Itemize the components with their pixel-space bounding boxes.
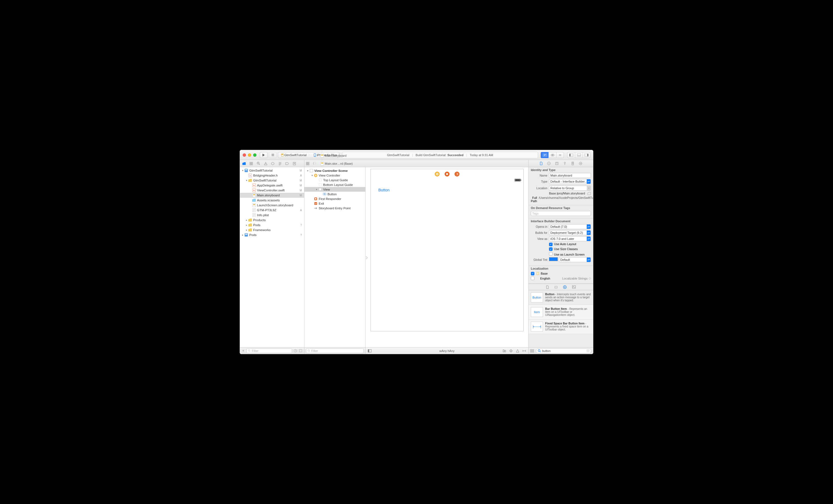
disclosure-icon[interactable]: ▾ <box>306 169 309 172</box>
disclosure-icon[interactable]: ▾ <box>315 188 318 191</box>
navigator-row[interactable]: LaunchScreen.storyboard <box>240 203 304 208</box>
assistant-editor-button[interactable] <box>548 152 556 158</box>
outline-row[interactable]: Exit <box>304 201 365 206</box>
toggle-debug-button[interactable] <box>575 152 582 158</box>
standard-editor-button[interactable] <box>541 152 548 158</box>
navigator-row[interactable]: ▸ Pods ? <box>240 222 304 227</box>
disclosure-icon[interactable]: ▾ <box>245 179 248 182</box>
resize-button[interactable] <box>522 349 527 353</box>
library-item[interactable]: Item Bar Button Item - Represents an ite… <box>529 305 593 319</box>
responder-icon[interactable] <box>445 172 450 176</box>
debug-navigator-tab[interactable] <box>278 162 282 165</box>
navigator-row[interactable]: Assets.xcassets <box>240 198 304 203</box>
back-button[interactable]: 〈 <box>311 161 314 166</box>
ib-canvas[interactable]: › Button <box>365 167 528 347</box>
breakpoint-navigator-tab[interactable] <box>285 162 289 165</box>
tint-swatch[interactable] <box>549 257 558 261</box>
file-template-library-tab[interactable] <box>546 285 549 289</box>
english-loc-type[interactable]: Localizable Strings <box>562 277 588 280</box>
related-items-icon[interactable] <box>306 162 310 165</box>
library-view-mode-icon[interactable] <box>530 349 534 353</box>
tags-field[interactable]: Tags <box>531 211 591 216</box>
run-button[interactable] <box>260 152 267 158</box>
forward-button[interactable]: 〉 <box>315 161 318 166</box>
launch-checkbox[interactable] <box>549 252 553 256</box>
outline-row[interactable]: B Button <box>304 192 365 196</box>
file-inspector-tab[interactable] <box>540 162 543 165</box>
issue-navigator-tab[interactable] <box>263 162 268 165</box>
navigator-row[interactable]: ▾ GtmSwiftTutorial M <box>240 168 304 173</box>
object-library-list[interactable]: Button Button - Intercepts touch events … <box>529 290 593 347</box>
size-class-label[interactable]: wAny hAny <box>439 349 454 353</box>
scm-filter-icon[interactable] <box>299 349 303 353</box>
disclosure-icon[interactable]: ▾ <box>310 174 314 177</box>
size-inspector-tab[interactable] <box>571 162 574 165</box>
outline-row[interactable]: First Responder <box>304 196 365 201</box>
base-loc-checkbox[interactable]: ✓ <box>531 272 534 275</box>
viewas-select[interactable]: iOS 7.0 and Later▴▾ <box>549 236 591 241</box>
disclosure-icon[interactable]: ▸ <box>245 219 248 221</box>
clear-search-icon[interactable]: ⓧ <box>587 349 590 353</box>
outline-row[interactable]: Storyboard Entry Point <box>304 206 365 210</box>
navigator-row[interactable]: Main.storyboard M <box>240 193 304 198</box>
report-navigator-tab[interactable] <box>292 162 297 165</box>
navigator-row[interactable]: Info.plist <box>240 213 304 218</box>
disclosure-icon[interactable]: ▸ <box>245 229 248 231</box>
sizeclasses-checkbox[interactable]: ✓ <box>549 247 553 251</box>
add-button[interactable]: ＋ <box>242 349 245 353</box>
disclosure-icon[interactable]: ▾ <box>241 169 244 172</box>
close-window-button[interactable] <box>243 153 246 157</box>
exit-icon[interactable] <box>454 172 459 176</box>
navigator-row[interactable]: h BridgingHeader.h A <box>240 173 304 178</box>
outline-row[interactable]: Top Layout Guide <box>304 178 365 182</box>
navigator-row[interactable]: ▸ Pods ? <box>240 233 304 237</box>
navigator-row[interactable]: GTM-PT3L9Z A <box>240 208 304 213</box>
english-loc-checkbox[interactable] <box>531 277 534 280</box>
navigator-row[interactable]: ViewController.swift M <box>240 188 304 193</box>
canvas-button[interactable]: Button <box>379 188 523 192</box>
outline-row[interactable]: ▾ View Controller Scene <box>304 168 365 173</box>
attributes-inspector-tab[interactable] <box>563 162 567 165</box>
quick-help-tab[interactable]: ? <box>547 162 551 165</box>
code-snippet-library-tab[interactable]: { } <box>554 285 557 289</box>
stop-button[interactable] <box>269 152 277 158</box>
identity-inspector-tab[interactable] <box>555 162 558 165</box>
outline-row[interactable]: ▾ View Controller <box>304 173 365 178</box>
media-library-tab[interactable] <box>572 285 576 289</box>
toggle-outline-button[interactable] <box>367 349 372 353</box>
name-field[interactable]: Main.storyboard <box>549 173 591 178</box>
zoom-window-button[interactable] <box>253 153 257 157</box>
test-navigator-tab[interactable] <box>270 162 275 165</box>
opensin-select[interactable]: Default (7.0)▴▾ <box>549 224 591 229</box>
disclosure-icon[interactable]: ▸ <box>241 234 244 236</box>
globaltint-select[interactable]: Default▴▾ <box>559 257 591 262</box>
library-search[interactable]: button ⓧ <box>536 349 591 353</box>
view-controller-canvas[interactable]: Button <box>371 169 524 331</box>
library-item[interactable]: ┝┄┄┄┥ Fixed Space Bar Button Item - Repr… <box>529 319 593 334</box>
choose-folder-icon[interactable] <box>587 192 591 195</box>
vc-icon[interactable] <box>435 172 439 176</box>
navigator-filter[interactable]: Filter <box>246 349 292 353</box>
navigator-row[interactable]: ▸ Frameworks <box>240 227 304 233</box>
breadcrumb-item[interactable]: Main.stor…rd (Base) <box>320 162 354 166</box>
location-select[interactable]: Relative to Group◇ <box>549 186 591 191</box>
version-editor-button[interactable] <box>556 152 564 158</box>
jump-bar[interactable]: 〈 〉 GtmSwiftTutorial〉GtmSwiftTutorial〉Ma… <box>304 160 529 167</box>
autolayout-checkbox[interactable]: ✓ <box>549 243 553 246</box>
navigator-row[interactable]: ▸ Products <box>240 218 304 222</box>
breadcrumb-item[interactable]: Main.storyboard <box>320 154 354 158</box>
find-navigator-tab[interactable] <box>256 162 261 165</box>
connections-inspector-tab[interactable] <box>579 162 582 165</box>
minimize-window-button[interactable] <box>248 153 251 157</box>
symbol-navigator-tab[interactable] <box>249 162 254 165</box>
type-select[interactable]: Default - Interface Builder…▴▾ <box>549 179 591 184</box>
object-library-tab[interactable] <box>563 285 567 289</box>
toggle-utilities-button[interactable] <box>582 152 590 158</box>
toggle-navigator-button[interactable] <box>567 152 575 158</box>
navigator-row[interactable]: AppDelegate.swift M <box>240 183 304 188</box>
outline-filter[interactable]: Filter <box>306 349 364 353</box>
outline-row[interactable]: Bottom Layout Guide <box>304 182 365 187</box>
pin-button[interactable] <box>508 349 514 353</box>
resolve-button[interactable] <box>515 349 520 353</box>
project-navigator-tab[interactable] <box>242 162 246 165</box>
